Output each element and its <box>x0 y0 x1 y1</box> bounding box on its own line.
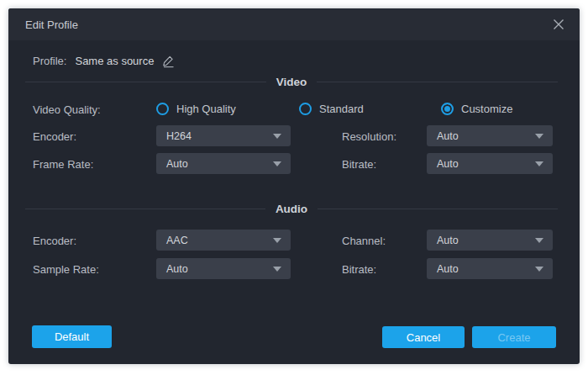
audio-section-header: Audio <box>25 202 558 215</box>
video-encoder-label: Encoder: <box>33 130 76 143</box>
dropdown-caret-icon <box>535 267 543 272</box>
audio-encoder-select[interactable]: AAC <box>156 230 291 251</box>
radio-standard[interactable]: Standard <box>299 103 364 115</box>
audio-section-title: Audio <box>276 203 307 215</box>
dropdown-caret-icon <box>273 161 281 166</box>
radio-icon <box>441 103 454 115</box>
create-button[interactable]: Create <box>472 326 556 348</box>
dialog-titlebar: Edit Profile <box>8 8 580 40</box>
close-icon <box>552 18 565 31</box>
dropdown-caret-icon <box>273 267 281 272</box>
dropdown-caret-icon <box>535 238 543 243</box>
resolution-value: Auto <box>437 130 459 142</box>
sample-rate-label: Sample Rate: <box>33 263 99 276</box>
audio-encoder-value: AAC <box>166 235 188 246</box>
audio-bitrate-select[interactable]: Auto <box>427 258 553 279</box>
default-button[interactable]: Default <box>32 325 112 348</box>
edit-profile-name-button[interactable] <box>161 54 176 68</box>
radio-high-quality[interactable]: High Quality <box>156 103 236 115</box>
video-bitrate-label: Bitrate: <box>342 158 376 171</box>
radio-high-quality-label: High Quality <box>176 103 236 115</box>
radio-customize[interactable]: Customize <box>441 103 512 115</box>
profile-name-value: Same as source <box>75 55 154 67</box>
audio-encoder-label: Encoder: <box>33 235 76 247</box>
dropdown-caret-icon <box>273 134 281 139</box>
radio-icon <box>299 103 312 115</box>
sample-rate-value: Auto <box>166 263 188 275</box>
radio-icon <box>156 103 169 115</box>
channel-label: Channel: <box>342 235 386 247</box>
dropdown-caret-icon <box>273 238 281 243</box>
video-quality-label: Video Quality: <box>33 103 101 116</box>
video-bitrate-select[interactable]: Auto <box>427 153 553 174</box>
video-bitrate-value: Auto <box>437 158 459 170</box>
video-encoder-value: H264 <box>166 130 192 142</box>
pencil-edit-icon <box>161 54 176 68</box>
radio-standard-label: Standard <box>319 103 364 115</box>
channel-select[interactable]: Auto <box>427 230 553 251</box>
frame-rate-select[interactable]: Auto <box>156 153 291 174</box>
dropdown-caret-icon <box>535 134 543 139</box>
resolution-select[interactable]: Auto <box>427 125 553 146</box>
dropdown-caret-icon <box>535 161 543 166</box>
profile-label: Profile: <box>33 55 66 67</box>
close-button[interactable] <box>546 12 571 37</box>
audio-bitrate-value: Auto <box>437 263 459 275</box>
resolution-label: Resolution: <box>342 130 396 143</box>
radio-customize-label: Customize <box>461 103 512 115</box>
sample-rate-select[interactable]: Auto <box>156 258 291 279</box>
video-encoder-select[interactable]: H264 <box>156 125 291 146</box>
edit-profile-dialog: Edit Profile Profile: Same as source Vid… <box>8 8 580 364</box>
channel-value: Auto <box>437 235 459 246</box>
dialog-title: Edit Profile <box>25 18 78 31</box>
video-section-title: Video <box>276 76 307 88</box>
audio-bitrate-label: Bitrate: <box>342 263 376 276</box>
frame-rate-value: Auto <box>166 158 188 170</box>
profile-row: Profile: Same as source <box>33 52 176 69</box>
frame-rate-label: Frame Rate: <box>33 158 93 171</box>
cancel-button[interactable]: Cancel <box>382 326 465 348</box>
video-section-header: Video <box>25 75 558 88</box>
